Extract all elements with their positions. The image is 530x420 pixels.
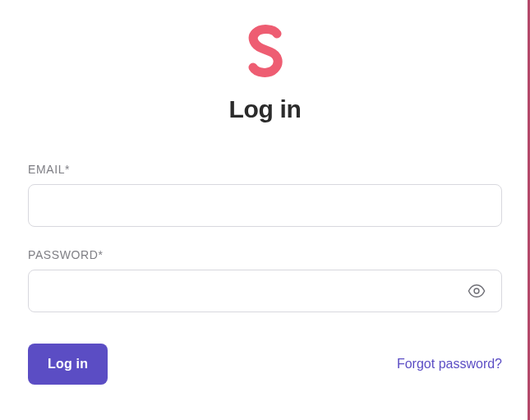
toggle-password-visibility-button[interactable]: [464, 279, 489, 303]
brand-logo-icon: [245, 25, 286, 81]
svg-point-0: [474, 288, 479, 293]
login-card: Log in EMAIL* PASSWORD* Log in Forgot pa…: [0, 0, 530, 409]
actions-row: Log in Forgot password?: [28, 344, 502, 385]
password-group: PASSWORD*: [28, 248, 502, 312]
email-field[interactable]: [28, 184, 502, 227]
eye-icon: [468, 282, 486, 300]
password-label: PASSWORD*: [28, 248, 502, 261]
login-button[interactable]: Log in: [28, 344, 108, 385]
password-field[interactable]: [28, 270, 502, 312]
forgot-password-link[interactable]: Forgot password?: [397, 357, 502, 372]
email-group: EMAIL*: [28, 163, 502, 227]
logo-wrap: [28, 25, 502, 81]
page-title: Log in: [28, 95, 502, 123]
email-label: EMAIL*: [28, 163, 502, 176]
